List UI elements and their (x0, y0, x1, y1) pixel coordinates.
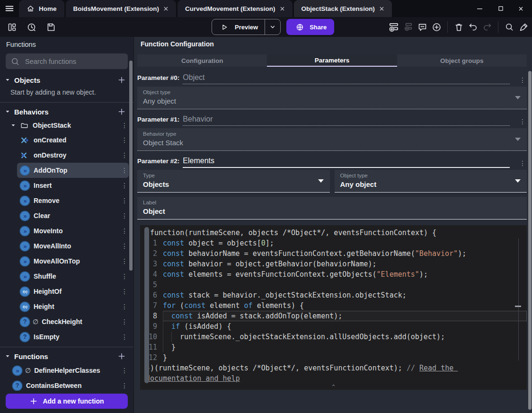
editor-left-scrollbar[interactable] (144, 227, 149, 383)
code-line-3[interactable]: 3const behavior = object.getBehavior(beh… (140, 259, 527, 269)
undo-icon[interactable] (467, 21, 479, 33)
close-window-button[interactable] (518, 6, 523, 11)
item-menu-button[interactable]: ⋮ (120, 288, 129, 295)
select-field-type[interactable]: TypeObjects (137, 170, 330, 193)
maximize-button[interactable] (497, 5, 504, 12)
collapse-caret-icon[interactable] (5, 77, 10, 83)
item-menu-button[interactable]: ⋮ (120, 257, 129, 265)
item-menu-button[interactable]: ⋮ (120, 333, 129, 341)
search-functions-input[interactable] (24, 57, 123, 66)
share-button[interactable]: Share (286, 19, 334, 35)
panel-tab-parameters[interactable]: Parameters (267, 54, 397, 67)
preview-button[interactable]: Preview (212, 19, 281, 35)
tab-curvedmovement-extension[interactable]: CurvedMovement (Extension) (177, 0, 293, 17)
sidebar-item-containsbetween[interactable]: ?ContainsBetween⋮ (9, 378, 129, 391)
sidebar-item-moveallinto[interactable]: »MoveAllInto⋮ (17, 238, 129, 254)
add-objects-button[interactable] (117, 76, 126, 84)
add-functions-button[interactable] (117, 352, 126, 360)
tab-close-icon[interactable] (379, 6, 384, 11)
search-functions-box[interactable] (6, 53, 128, 69)
parameter-menu-button[interactable]: ⋮ (518, 159, 527, 167)
layout-columns-icon[interactable] (6, 21, 18, 33)
sidebar-item-shuffle[interactable]: »Shuffle⋮ (17, 269, 129, 284)
sidebar-item-moveinto[interactable]: »MoveInto⋮ (17, 223, 129, 238)
item-menu-button[interactable]: ⋮ (120, 242, 129, 250)
parameter-menu-button[interactable]: ⋮ (518, 76, 527, 84)
item-menu-button[interactable]: ⋮ (120, 272, 129, 280)
minimize-button[interactable] (476, 5, 483, 12)
editor-resize-handle[interactable]: ^ (332, 384, 335, 390)
add-sub-event-icon[interactable] (402, 21, 414, 33)
sidebar-item-clear[interactable]: »Clear⋮ (17, 208, 129, 223)
section-header-functions[interactable]: Functions (0, 350, 133, 363)
sidebar-scrollbar[interactable] (129, 61, 133, 271)
sidebar-item-insert[interactable]: »Insert⋮ (17, 178, 129, 193)
collapse-caret-icon[interactable] (5, 109, 10, 114)
parameter-name-input[interactable]: Elements (183, 157, 510, 168)
sidebar-item-definehelperclasses[interactable]: »∅DefineHelperClasses⋮ (9, 363, 129, 378)
item-menu-button[interactable]: ⋮ (120, 212, 129, 220)
code-line-4[interactable]: 4const elements = eventsFunctionContext.… (140, 269, 527, 280)
section-header-objects[interactable]: Objects (0, 73, 133, 87)
main-menu-button[interactable] (0, 0, 19, 17)
select-field-object-type[interactable]: Object typeAny object (335, 170, 527, 193)
item-menu-button[interactable]: ⋮ (120, 367, 129, 374)
item-menu-button[interactable]: ⋮ (120, 382, 129, 389)
tab-close-icon[interactable] (280, 6, 285, 11)
history-icon[interactable] (26, 21, 37, 33)
sidebar-item-isempty[interactable]: ?IsEmpty⋮ (17, 329, 129, 344)
redo-icon[interactable] (481, 21, 493, 33)
panel-tab-configuration[interactable]: Configuration (137, 54, 267, 67)
tab-home[interactable]: Home (19, 0, 64, 17)
code-line-1[interactable]: 1const object = objects[0]; (140, 238, 527, 248)
sidebar-item-remove[interactable]: »Remove⋮ (17, 193, 129, 208)
preview-dropdown-button[interactable] (265, 19, 280, 35)
save-icon[interactable] (45, 21, 56, 33)
item-menu-button[interactable]: ⋮ (120, 151, 129, 159)
item-menu-button[interactable]: ⋮ (120, 182, 129, 189)
item-menu-button[interactable]: ⋮ (120, 122, 129, 129)
sidebar-item-heightof[interactable]: f(x)HeightOf⋮ (17, 284, 129, 299)
select-field-behavior-type[interactable]: Behavior typeObject Stack (137, 128, 527, 151)
parameter-name-input[interactable]: Object (183, 73, 510, 84)
code-line-9[interactable]: 9 if (isAdded) { (140, 321, 527, 332)
panel-tab-object-groups[interactable]: Object groups (397, 54, 527, 67)
tab-objectstack-extension[interactable]: ObjectStack (Extension) (294, 0, 392, 17)
add-event-icon[interactable] (388, 21, 399, 33)
trash-icon[interactable] (453, 21, 464, 33)
item-menu-button[interactable]: ⋮ (120, 303, 129, 310)
sidebar-item-height[interactable]: f(x)Height⋮ (17, 299, 129, 314)
edit-pen-icon[interactable] (518, 21, 529, 33)
collapse-caret-icon[interactable] (5, 353, 10, 359)
code-line-7[interactable]: 7for (const element of elements) { (140, 300, 527, 311)
code-line-10[interactable]: 10 runtimeScene._objectStackExtension.al… (140, 332, 527, 342)
sidebar-item-moveallontop[interactable]: »MoveAllOnTop⋮ (17, 254, 129, 269)
code-line-6[interactable]: 6const stack = behavior._objectStackExte… (140, 290, 527, 300)
select-field-object-type[interactable]: Object typeAny object (137, 87, 527, 109)
code-line-12[interactable]: 12} (140, 352, 527, 363)
code-line-2[interactable]: 2const behaviorName = eventsFunctionCont… (140, 248, 527, 259)
add-new-function-button[interactable]: Add a new function (6, 394, 128, 409)
behavior-group-objectstack[interactable]: ObjectStack⋮ (0, 118, 133, 132)
item-menu-button[interactable]: ⋮ (120, 227, 129, 235)
section-header-behaviors[interactable]: Behaviors (0, 105, 133, 118)
collapse-caret-icon[interactable] (10, 123, 16, 128)
tab-boidsmovement-extension[interactable]: BoidsMovement (Extension) (66, 0, 177, 17)
code-line-5[interactable]: 5 (140, 280, 527, 290)
add-comment-icon[interactable] (417, 21, 428, 33)
sidebar-item-addontop[interactable]: »AddOnTop⋮ (17, 163, 129, 178)
parameter-name-input[interactable]: Behavior (183, 115, 510, 126)
item-menu-button[interactable]: ⋮ (120, 197, 129, 204)
sidebar-item-checkheight[interactable]: ?∅CheckHeight⋮ (17, 314, 129, 329)
code-line-11[interactable]: 11 } (140, 342, 527, 352)
item-menu-button[interactable]: ⋮ (120, 318, 129, 325)
panel-scrollbar[interactable] (528, 71, 532, 410)
tab-close-icon[interactable] (163, 6, 168, 11)
text-field-label[interactable]: LabelObject (137, 197, 527, 220)
javascript-code-editor[interactable]: (function(runtimeScene, objects /*Object… (140, 225, 527, 390)
sidebar-item-ondestroy[interactable]: onDestroy⋮ (17, 148, 129, 163)
sidebar-item-oncreated[interactable]: onCreated⋮ (17, 132, 129, 148)
add-circle-icon[interactable] (431, 21, 442, 33)
item-menu-button[interactable]: ⋮ (120, 167, 129, 174)
parameter-menu-button[interactable]: ⋮ (518, 118, 527, 125)
